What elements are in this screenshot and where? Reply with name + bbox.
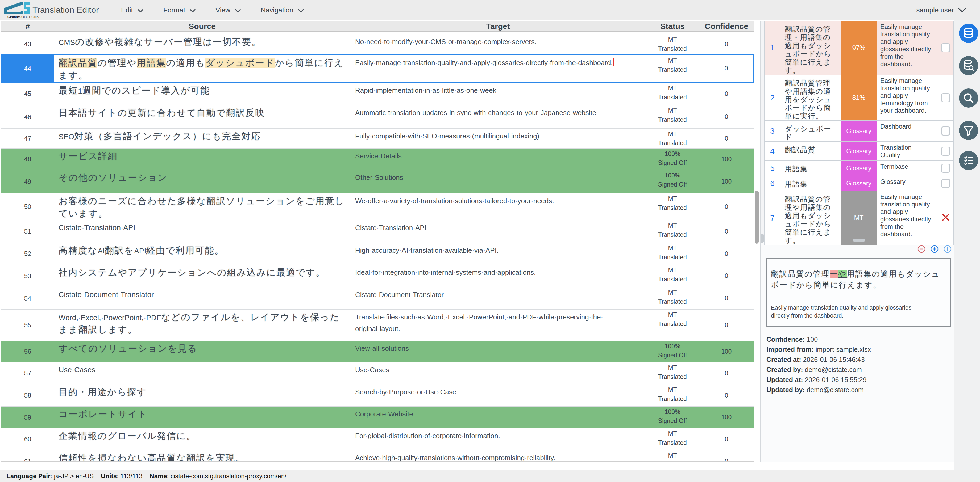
svg-text:CistateSOLUTIONS: CistateSOLUTIONS	[8, 15, 39, 19]
